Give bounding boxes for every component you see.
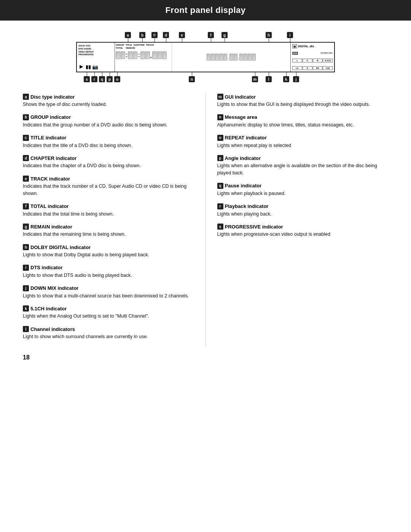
seg-2 xyxy=(121,51,125,59)
indicator-p: p Angle indicator Lights when an alterna… xyxy=(217,155,389,177)
seg-colon-1: : xyxy=(126,52,127,59)
indicator-f: f TOTAL indicator Indicates that the tot… xyxy=(23,203,194,218)
channel-grid-bottom: LS S RS LFE xyxy=(292,66,333,70)
indicator-e-body: Indicates that the track number of a CD,… xyxy=(23,183,194,197)
label-o-badge: o xyxy=(114,76,120,82)
playback-icons: ► ▮▮ 📷 xyxy=(78,63,113,70)
indicator-i-body: Lights to show that DTS audio is being p… xyxy=(23,272,194,279)
ch-C: C xyxy=(303,59,312,62)
seg-9 xyxy=(162,51,167,59)
indicator-e-title: e TRACK indicator xyxy=(23,176,194,182)
indicator-m-body: Lights to show that the GUI is being dis… xyxy=(217,101,389,108)
indicator-h: h DOLBY DIGITAL indicator Lights to show… xyxy=(23,244,194,259)
indicator-g-title: g REMAIN indicator xyxy=(23,224,194,230)
indicator-n-body: Alphanumeric display to show times, titl… xyxy=(217,121,389,129)
indicator-q-title: q Pause indicator xyxy=(217,183,389,189)
badge-k-content: k xyxy=(23,305,29,312)
msg-seg-6 xyxy=(229,54,233,61)
indicator-b: b GROUP indicator Indicates that the gro… xyxy=(23,114,194,129)
indicator-d-title: d CHAPTER indicator xyxy=(23,155,194,161)
label-p-badge: p xyxy=(107,76,113,82)
indicator-n-title: n Message area xyxy=(217,114,389,120)
indicator-g: g REMAIN indicator Indicates that the re… xyxy=(23,224,194,238)
badge-i-content: i xyxy=(23,265,29,271)
indicator-o-title: o REPEAT indicator xyxy=(217,135,389,141)
indicator-k-title: k 5.1CH indicator xyxy=(23,305,194,312)
indicator-b-body: Indicates that the group number of a DVD… xyxy=(23,121,194,129)
sacd-vcd-label: SACD VCD xyxy=(78,44,113,47)
dd-box: ▮▮ xyxy=(292,44,297,48)
indicator-i: i DTS indicator Lights to show that DTS … xyxy=(23,265,194,279)
ch-51CH: 5.1CH xyxy=(323,59,333,62)
gui-downmix-row: GUI DOWN MIX xyxy=(292,52,333,55)
badge-q-content: q xyxy=(217,183,223,189)
label-h-badge: h xyxy=(266,32,272,38)
ch-S: S xyxy=(303,66,312,70)
digital-text: DIGITAL xyxy=(298,45,308,48)
panel-body: SACD VCD DVD-AUDIO VIDEO REPEAT PROGRESS… xyxy=(76,42,335,72)
badge-o-content: o xyxy=(217,135,223,141)
indicator-p-body: Lights when an alternative angle is avai… xyxy=(217,162,389,177)
indicator-l: l Channel indicators Light to show which… xyxy=(23,326,194,340)
chapter-label: CHAPTER xyxy=(134,44,145,46)
msg-seg-2 xyxy=(211,54,215,61)
seg-7 xyxy=(152,51,157,59)
indicator-l-title: l Channel indicators xyxy=(23,326,194,332)
indicator-p-title: p Angle indicator xyxy=(217,155,389,161)
label-a-badge: a xyxy=(125,32,131,38)
ch-LS: LS xyxy=(292,66,302,70)
label-n-badge: n xyxy=(189,76,195,82)
badge-j-content: j xyxy=(23,285,29,291)
badge-c-content: C xyxy=(23,135,29,141)
msg-seg-11 xyxy=(252,54,256,61)
dvd-audio-label: DVD-AUDIO xyxy=(78,47,113,50)
label-s-badge: s xyxy=(84,76,90,82)
label-i-badge: i xyxy=(287,32,293,38)
indicator-q: q Pause indicator Lights when playback i… xyxy=(217,183,389,197)
indicator-h-title: h DOLBY DIGITAL indicator xyxy=(23,244,194,250)
track-label: TRACK xyxy=(146,44,154,46)
indicator-m: m GUI indicator Lights to show that the … xyxy=(217,94,389,108)
digital-indicators-row: ▮▮ DIGITAL dts xyxy=(292,44,333,48)
indicator-i-title: i DTS indicator xyxy=(23,265,194,271)
camera-icon: 📷 xyxy=(92,64,98,70)
label-m-badge: m xyxy=(252,76,258,82)
label-b-badge: b xyxy=(139,32,145,38)
gui-box: GUI xyxy=(292,52,298,55)
badge-g-content: g xyxy=(23,224,29,230)
indicator-f-title: f TOTAL indicator xyxy=(23,203,194,209)
indicator-r: r Playback indicator Lights when playing… xyxy=(217,203,389,218)
indicator-q-body: Lights when playback is paused. xyxy=(217,190,389,197)
panel-right: ▮▮ DIGITAL dts GUI DOWN MIX L C R 5.1CH … xyxy=(290,43,334,72)
label-l-badge: l xyxy=(266,76,272,82)
indicator-m-title: m GUI indicator xyxy=(217,94,389,100)
indicator-e: e TRACK indicator Indicates that the tra… xyxy=(23,176,194,197)
msg-seg-4 xyxy=(219,54,223,61)
message-area-panel: . . xyxy=(172,43,290,72)
label-q-badge: q xyxy=(99,76,105,82)
page-number: 18 xyxy=(0,347,411,369)
indicator-a-body: Shows the type of disc currently loaded. xyxy=(23,101,194,108)
play-icon: ► xyxy=(78,63,84,70)
label-j-badge: j xyxy=(293,76,299,82)
indicator-n: n Message area Alphanumeric display to s… xyxy=(217,114,389,129)
indicator-r-title: r Playback indicator xyxy=(217,203,389,209)
badge-p-content: p xyxy=(217,155,223,161)
indicator-l-body: Light to show which surround channels ar… xyxy=(23,333,194,340)
seg-3 xyxy=(128,51,132,59)
indicator-d-body: Indicates that the chapter of a DVD disc… xyxy=(23,162,194,169)
badge-n-content: n xyxy=(217,114,223,120)
indicator-k: k 5.1CH indicator Lights when the Analog… xyxy=(23,305,194,320)
badge-r-content: r xyxy=(217,203,223,209)
disc-type-labels: SACD VCD DVD-AUDIO VIDEO REPEAT PROGRESS… xyxy=(78,44,113,56)
badge-h-content: h xyxy=(23,244,29,250)
column-divider xyxy=(206,94,206,347)
ch-L: L xyxy=(292,59,302,62)
indicator-s-title: s PROGRESSIVE indicator xyxy=(217,224,389,230)
msg-seg-5 xyxy=(223,54,227,61)
indicator-o: o REPEAT indicator Lights when repeat pl… xyxy=(217,135,389,149)
video-repeat-label: VIDEO REPEAT xyxy=(78,51,113,54)
msg-seg-10 xyxy=(248,54,252,61)
msg-seg-8 xyxy=(239,54,243,61)
msg-seg-3 xyxy=(215,54,219,61)
